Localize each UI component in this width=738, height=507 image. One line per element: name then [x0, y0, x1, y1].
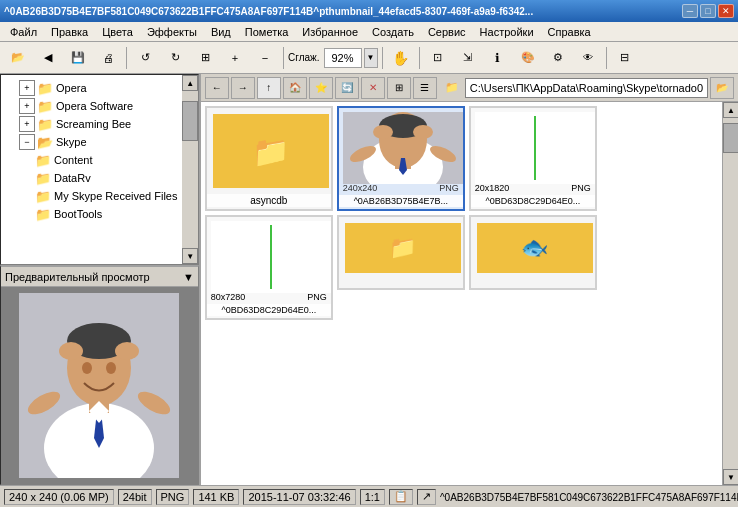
grid-scroll-thumb[interactable] [723, 123, 738, 153]
zoom-fit-button[interactable]: ⊞ [191, 45, 219, 71]
layout-button[interactable]: ⊟ [611, 45, 639, 71]
tree-item-skype[interactable]: − 📂 Skype [1, 133, 180, 151]
nav-btn6[interactable]: 🔄 [335, 77, 359, 99]
scroll-up-button[interactable]: ▲ [182, 75, 198, 91]
crop-button[interactable]: ⊡ [424, 45, 452, 71]
hand-tool-button[interactable]: ✋ [387, 45, 415, 71]
resize-button[interactable]: ⇲ [454, 45, 482, 71]
scroll-down-button[interactable]: ▼ [182, 248, 198, 264]
nav-btn4[interactable]: 🏠 [283, 77, 307, 99]
svg-point-20 [373, 125, 393, 139]
sep2 [283, 47, 284, 69]
menu-edit[interactable]: Правка [45, 24, 94, 40]
address-bar[interactable]: C:\Users\ПК\AppData\Roaming\Skype\tornad… [465, 78, 708, 98]
zoom-out-button[interactable]: − [251, 45, 279, 71]
palette-button[interactable]: 🎨 [514, 45, 542, 71]
preview-panel: Предварительный просмотр ▼ [0, 265, 199, 485]
forward-button[interactable]: → [231, 77, 255, 99]
thumb-format-green1: PNG [571, 183, 591, 193]
menu-help[interactable]: Справка [542, 24, 597, 40]
expand-screaming-bee[interactable]: + [19, 116, 35, 132]
zoom-input[interactable] [324, 48, 362, 68]
tree-item-skype-files[interactable]: 📁 My Skype Received Files [1, 187, 180, 205]
menu-file[interactable]: Файл [4, 24, 43, 40]
svg-point-9 [82, 362, 92, 374]
grid-wrapper: 📁 asyncdb [201, 102, 738, 485]
thumb-green1[interactable]: 20x1820 PNG ^0BD63D8C29D64E0... [469, 106, 597, 211]
thumb-green2[interactable]: 80x7280 PNG ^0BD63D8C29D64E0... [205, 215, 333, 320]
grid-scroll-up[interactable]: ▲ [723, 102, 738, 118]
thumb-label-green1: ^0BD63D8C29D64E0... [471, 195, 595, 207]
navigation-toolbar: ← → ↑ 🏠 ⭐ 🔄 ✕ ⊞ ☰ 📁 C:\Users\ПК\AppData\… [201, 74, 738, 102]
tree-label-opera-software: Opera Software [56, 100, 133, 112]
print-button[interactable]: 🖨 [94, 45, 122, 71]
svg-point-8 [115, 342, 139, 360]
statusbar: 240 x 240 (0.06 MP) 24bit PNG 141 KB 201… [0, 485, 738, 507]
open-button[interactable]: 📂 [4, 45, 32, 71]
tree-label-screaming-bee: Screaming Bee [56, 118, 131, 130]
scroll-thumb[interactable] [182, 101, 198, 141]
expand-skype[interactable]: − [19, 134, 35, 150]
tree-item-content[interactable]: 📁 Content [1, 151, 180, 169]
nav-btn9[interactable]: ☰ [413, 77, 437, 99]
tree-item-opera-software[interactable]: + 📁 Opera Software [1, 97, 180, 115]
thumb-photo[interactable]: 240x240 PNG ^0AB26B3D75B4E7B... [337, 106, 465, 211]
minimize-button[interactable]: ─ [682, 4, 698, 18]
rotate-right-button[interactable]: ↻ [161, 45, 189, 71]
nav-btn7[interactable]: ✕ [361, 77, 385, 99]
browse-folder-button[interactable]: 📂 [710, 77, 734, 99]
menu-create[interactable]: Создать [366, 24, 420, 40]
menu-effects[interactable]: Эффекты [141, 24, 203, 40]
main-area: + 📁 Opera + 📁 Opera Software + 📁 Screami… [0, 74, 738, 485]
tree-item-datarv[interactable]: 📁 DataRv [1, 169, 180, 187]
folder-icon-opera-software: 📁 [37, 98, 53, 114]
thumb-asyncdb[interactable]: 📁 asyncdb [205, 106, 333, 211]
tree-label-boottools: BootTools [54, 208, 102, 220]
thumb-placeholder2[interactable]: 🐟 [469, 215, 597, 290]
thumb-label-asyncdb: asyncdb [207, 194, 331, 207]
expand-opera[interactable]: + [19, 80, 35, 96]
grid-scroll-down[interactable]: ▼ [723, 469, 738, 485]
menu-service[interactable]: Сервис [422, 24, 472, 40]
menu-favorites[interactable]: Избранное [296, 24, 364, 40]
zoom-in-button[interactable]: + [221, 45, 249, 71]
tree-label-skype-files: My Skype Received Files [54, 190, 178, 202]
info-button[interactable]: ℹ [484, 45, 512, 71]
maximize-button[interactable]: □ [700, 4, 716, 18]
tree-item-boottools[interactable]: 📁 BootTools [1, 205, 180, 223]
menu-colors[interactable]: Цвета [96, 24, 139, 40]
status-format: PNG [156, 489, 190, 505]
tree-scrollbar[interactable]: ▲ ▼ [182, 75, 198, 264]
status-ratio: 1:1 [360, 489, 385, 505]
back-button[interactable]: ← [205, 77, 229, 99]
status-copy-icon[interactable]: 📋 [389, 489, 413, 505]
nav-btn5[interactable]: ⭐ [309, 77, 333, 99]
close-button[interactable]: ✕ [718, 4, 734, 18]
browse-button[interactable]: 👁 [574, 45, 602, 71]
tree-label-skype: Skype [56, 136, 87, 148]
titlebar: ^0AB26B3D75B4E7BF581C049C673622B1FFC475A… [0, 0, 738, 22]
zoom-dropdown[interactable]: ▼ [364, 48, 378, 68]
grid-scrollbar[interactable]: ▲ ▼ [722, 102, 738, 485]
zoom-control: ▼ [324, 48, 378, 68]
thumb-placeholder1[interactable]: 📁 [337, 215, 465, 290]
preview-header[interactable]: Предварительный просмотр ▼ [1, 267, 198, 287]
prev-button[interactable]: ◀ [34, 45, 62, 71]
tree-item-opera[interactable]: + 📁 Opera [1, 79, 180, 97]
svg-point-10 [106, 362, 116, 374]
nav-btn8[interactable]: ⊞ [387, 77, 411, 99]
tree-item-screaming-bee[interactable]: + 📁 Screaming Bee [1, 115, 180, 133]
status-path: ^0AB26B3D75B4E7BF581C049C673622B1FFC475A… [440, 491, 738, 503]
tree-label-content: Content [54, 154, 93, 166]
status-move-icon[interactable]: ↗ [417, 489, 436, 505]
menu-view[interactable]: Вид [205, 24, 237, 40]
menu-mark[interactable]: Пометка [239, 24, 295, 40]
settings-button[interactable]: ⚙ [544, 45, 572, 71]
status-bottom-path: ^0AB26B3D75B4E7BF581C049C673622B1FFC475A… [440, 492, 738, 503]
up-folder-button[interactable]: ↑ [257, 77, 281, 99]
file-tree[interactable]: + 📁 Opera + 📁 Opera Software + 📁 Screami… [0, 74, 199, 265]
expand-opera-software[interactable]: + [19, 98, 35, 114]
save-button[interactable]: 💾 [64, 45, 92, 71]
rotate-left-button[interactable]: ↺ [131, 45, 159, 71]
menu-settings[interactable]: Настройки [474, 24, 540, 40]
